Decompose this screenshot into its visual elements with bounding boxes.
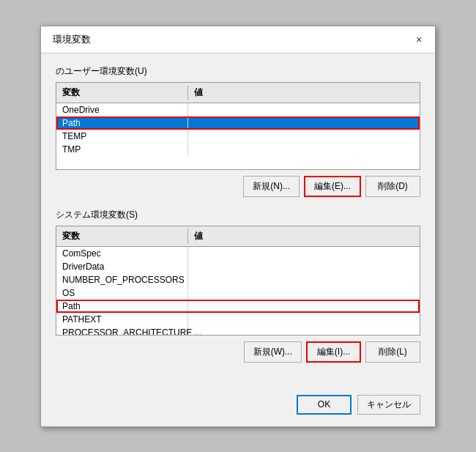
- system-col-val-header: 値: [188, 229, 420, 244]
- table-row[interactable]: ComSpec: [56, 247, 420, 260]
- system-new-button[interactable]: 新規(W)...: [244, 341, 302, 363]
- system-env-table: 変数 値 ComSpec DriverData NUMBER_OF_PROCES…: [56, 226, 420, 336]
- table-row[interactable]: TEMP: [56, 130, 420, 143]
- cell-var: DriverData: [56, 260, 188, 273]
- user-section-label: のユーザー環境変数(U): [56, 65, 420, 78]
- cell-val: [188, 300, 420, 313]
- system-table-body[interactable]: ComSpec DriverData NUMBER_OF_PROCESSORS …: [56, 247, 420, 335]
- user-edit-button[interactable]: 編集(E)...: [304, 176, 361, 197]
- cell-val: [188, 313, 420, 326]
- table-row[interactable]: OneDrive: [56, 103, 420, 116]
- cell-val: ...: [188, 326, 420, 335]
- user-delete-button[interactable]: 削除(D): [365, 176, 420, 197]
- cell-val: [188, 143, 420, 156]
- cell-var: OneDrive: [56, 103, 188, 116]
- cell-val: [188, 247, 420, 260]
- user-btn-row: 新規(N)... 編集(E)... 削除(D): [56, 176, 420, 197]
- user-col-var-header: 変数: [56, 85, 188, 100]
- system-section-label: システム環境変数(S): [56, 209, 420, 221]
- system-edit-button[interactable]: 編集(I)...: [306, 341, 361, 363]
- cell-var: NUMBER_OF_PROCESSORS: [56, 273, 188, 286]
- cell-var: TMP: [56, 143, 188, 156]
- user-table-header: 変数 値: [56, 83, 420, 103]
- cancel-button[interactable]: キャンセル: [357, 395, 420, 415]
- cell-var: Path: [56, 116, 188, 130]
- close-button[interactable]: ×: [412, 32, 426, 47]
- cell-val: [188, 273, 420, 286]
- user-col-val-header: 値: [188, 85, 420, 100]
- user-table-body: OneDrive Path TEMP TMP: [56, 103, 420, 169]
- environment-variables-dialog: 環境変数 × のユーザー環境変数(U) 変数 値 OneDrive Path T: [40, 26, 436, 427]
- cell-var: Path: [56, 300, 188, 313]
- system-delete-button[interactable]: 削除(L): [365, 341, 420, 363]
- system-table-header: 変数 値: [56, 226, 420, 247]
- table-row[interactable]: NUMBER_OF_PROCESSORS: [56, 273, 420, 286]
- dialog-title: 環境変数: [53, 33, 91, 46]
- table-row[interactable]: DriverData: [56, 260, 420, 273]
- user-new-button[interactable]: 新規(N)...: [243, 176, 300, 197]
- cell-val: [188, 286, 420, 300]
- table-row[interactable]: TMP: [56, 143, 420, 156]
- table-row[interactable]: PATHEXT: [56, 313, 420, 326]
- cell-val: [188, 116, 420, 130]
- dialog-body: のユーザー環境変数(U) 変数 値 OneDrive Path TEMP: [41, 53, 435, 386]
- table-row[interactable]: OS: [56, 286, 420, 300]
- footer-btn-row: OK キャンセル: [41, 386, 435, 426]
- cell-val: [188, 103, 420, 116]
- cell-var: PROCESSOR_ARCHITECTURE: [56, 326, 188, 335]
- ok-button[interactable]: OK: [297, 395, 352, 415]
- table-row-path-user[interactable]: Path: [56, 116, 420, 130]
- cell-var: PATHEXT: [56, 313, 188, 326]
- cell-val: [188, 130, 420, 143]
- user-env-table: 変数 値 OneDrive Path TEMP TMP: [56, 82, 420, 170]
- cell-var: OS: [56, 286, 188, 300]
- table-row[interactable]: PROCESSOR_ARCHITECTURE ...: [56, 326, 420, 335]
- system-col-var-header: 変数: [56, 229, 188, 244]
- table-row-path-system[interactable]: Path: [56, 300, 420, 313]
- cell-var: TEMP: [56, 130, 188, 143]
- title-bar: 環境変数 ×: [41, 26, 435, 53]
- system-btn-row: 新規(W)... 編集(I)... 削除(L): [56, 341, 420, 363]
- cell-var: ComSpec: [56, 247, 188, 260]
- cell-val: [188, 260, 420, 273]
